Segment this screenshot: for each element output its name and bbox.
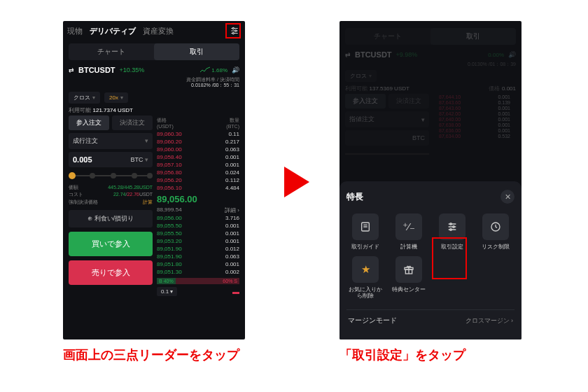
calc-icon: ⁺∕₋	[396, 214, 422, 240]
orderbook-layout-icon[interactable]: ▬	[232, 288, 239, 295]
available-value: 121.7374 USDT	[93, 107, 133, 113]
arrow-icon	[284, 167, 309, 197]
sound-icon[interactable]: 🔊	[232, 66, 239, 74]
bid-row[interactable]: 89,051.800.001	[157, 260, 239, 268]
ask-row[interactable]: 89,060.200.217	[157, 138, 239, 146]
sheet-item-calc[interactable]: ⁺∕₋計算機	[390, 214, 428, 251]
highlight-trade-settings	[432, 237, 467, 279]
sell-button[interactable]: 売りで参入	[69, 260, 153, 285]
exchange-icon: ⇄	[69, 66, 74, 74]
tab-spot[interactable]: 現物	[67, 26, 83, 36]
ask-row[interactable]: 89,060.300.11	[157, 130, 239, 138]
features-sheet: 特長 ✕ 取引ガイド⁺∕₋計算機取引設定リスク制限★お気に入りから削除特典センタ…	[340, 181, 522, 340]
orderbook-header: 価格(USDT) 数量(BTC)	[157, 115, 239, 130]
bid-row[interactable]: 89,051.900.012	[157, 245, 239, 253]
ask-row[interactable]: 89,056.200.112	[157, 176, 239, 184]
star-icon: ★	[352, 256, 379, 283]
margin-mode-row[interactable]: マージンモード クロスマージン ›	[346, 309, 514, 331]
quantity-slider[interactable]	[69, 172, 153, 180]
detail-link[interactable]: 詳細 ›	[225, 206, 239, 214]
ask-row[interactable]: 89,056.104.484	[157, 184, 239, 192]
tpsl-button[interactable]: ⊕ 利食い/損切り	[69, 210, 153, 227]
bid-row[interactable]: 89,051.300.002	[157, 268, 239, 276]
caption-right: 「取引設定」をタップ	[340, 347, 465, 363]
index-price: 88,999.54	[157, 206, 182, 214]
funding-info: 資金調達料率 / 決済時間 0.0182% /00：55：31	[63, 77, 245, 90]
r-funding: 0.0130% /01：08：39	[340, 62, 516, 67]
r-seg-chart: チャート	[345, 28, 430, 45]
calc-liq-button[interactable]: 計算	[143, 199, 153, 206]
tab-close-order[interactable]: 決済注文	[112, 115, 153, 130]
close-button[interactable]: ✕	[500, 190, 514, 204]
caption-left: 画面上の三点リーダーをタップ	[63, 347, 239, 363]
order-type-selector[interactable]: 成行注文▾	[69, 133, 153, 149]
pair-change: +10.35%	[120, 66, 145, 74]
bid-row[interactable]: 89,055.500.001	[157, 230, 239, 237]
buy-button[interactable]: 買いで参入	[69, 232, 153, 256]
r-pair-symbol: BTCUSDT	[355, 50, 392, 59]
r-seg-trade: 取引	[430, 28, 516, 45]
risk-icon	[482, 214, 509, 240]
guide-icon	[352, 214, 379, 240]
tab-convert[interactable]: 資産変換	[143, 26, 174, 36]
available-label: 利用可能	[69, 107, 91, 113]
bid-row[interactable]: 89,056.003.716	[157, 214, 239, 222]
bid-row[interactable]: 89,051.900.063	[157, 253, 239, 260]
settings-icon	[439, 214, 465, 240]
mid-price: 89,056.00	[157, 192, 239, 206]
ask-row[interactable]: 89,056.800.024	[157, 169, 239, 176]
pair-symbol[interactable]: BTCUSDT	[78, 66, 115, 74]
depth-ratio: B 40% 60% S	[157, 278, 239, 284]
ask-row[interactable]: 89,058.400.001	[157, 153, 239, 161]
bid-row[interactable]: 89,053.200.001	[157, 237, 239, 245]
sheet-title: 特長	[346, 191, 363, 203]
sheet-item-risk[interactable]: リスク制限	[477, 214, 514, 251]
tab-derivatives[interactable]: デリバティブ	[90, 26, 136, 36]
r-pair-change: +9.98%	[396, 51, 418, 58]
bid-row[interactable]: 89,055.500.001	[157, 222, 239, 230]
sheet-item-star[interactable]: ★お気に入りから削除	[346, 256, 384, 300]
ask-row[interactable]: 89,057.100.001	[157, 161, 239, 169]
estimate-info: 価額445.28/445.28USDT コスト22.74/22.76USDT 強…	[69, 184, 153, 206]
quantity-input[interactable]: 0.005 BTC ▾	[69, 152, 153, 167]
gift-icon	[396, 256, 422, 283]
seg-trade[interactable]: 取引	[154, 43, 239, 60]
highlight-settings-icon	[225, 23, 241, 38]
margin-mode-selector[interactable]: クロス▾	[69, 92, 100, 104]
leverage-selector[interactable]: 20x▾	[104, 92, 128, 103]
tab-open-order[interactable]: 参入注文	[69, 115, 109, 130]
price-step-selector[interactable]: 0.1 ▾	[157, 287, 177, 296]
mini-chart: 1.68%	[200, 66, 227, 74]
ask-row[interactable]: 89,060.000.063	[157, 146, 239, 153]
sheet-item-gift[interactable]: 特典センター	[390, 256, 428, 300]
seg-chart[interactable]: チャート	[69, 43, 154, 60]
sheet-item-guide[interactable]: 取引ガイド	[346, 214, 384, 251]
